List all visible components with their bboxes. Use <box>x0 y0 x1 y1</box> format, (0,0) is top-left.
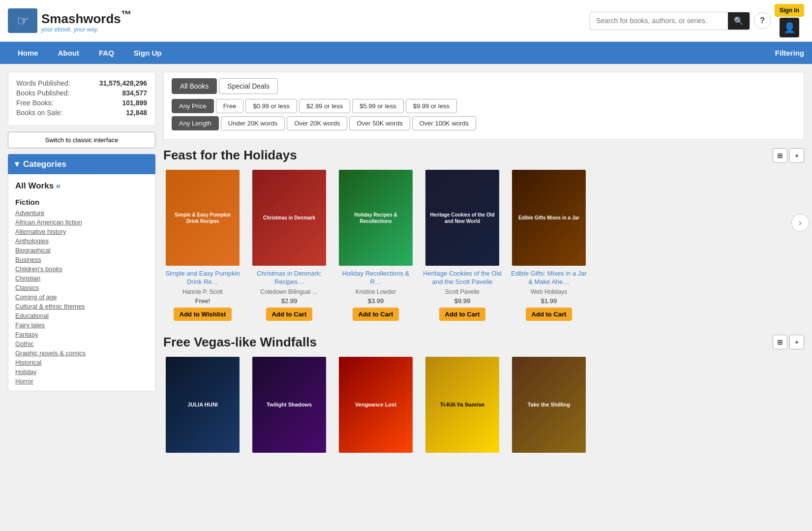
tab-all-books[interactable]: All Books <box>172 78 217 94</box>
cat-historical[interactable]: Historical <box>8 358 155 367</box>
stat-sale: Books on Sale: 12,848 <box>16 109 147 117</box>
cat-educational[interactable]: Educational <box>8 311 155 320</box>
cat-fairy-tales[interactable]: Fairy tales <box>8 320 155 330</box>
book-price: $1.99 <box>541 297 557 305</box>
book-title[interactable]: Holiday Recollections & R… <box>336 270 415 286</box>
book-card: Simple & Easy Pumpkin Drink Recipes Simp… <box>163 170 242 321</box>
classic-interface-button[interactable]: Switch to classic interface <box>8 132 155 148</box>
content-area: All Books Special Deals Any Price Free $… <box>163 72 804 470</box>
section-add-btn-2[interactable]: + <box>789 335 804 349</box>
length-over100k[interactable]: Over 100K words <box>412 116 476 130</box>
section-title-vegas: Free Vegas-like Windfalls <box>163 335 317 350</box>
section-list-view-btn[interactable]: ⊞ <box>773 148 787 163</box>
book-price: $3.99 <box>368 297 384 305</box>
book-tabs: All Books Special Deals <box>172 78 796 94</box>
cat-christian[interactable]: Christian <box>8 274 155 283</box>
cat-holiday[interactable]: Holiday <box>8 367 155 376</box>
user-icon-button[interactable]: 👤 <box>780 18 799 37</box>
cat-cultural-ethnic[interactable]: Cultural & ethnic themes <box>8 302 155 311</box>
section-title-feast: Feast for the Holidays <box>163 148 297 163</box>
cat-classics[interactable]: Classics <box>8 283 155 292</box>
price-299[interactable]: $2.99 or less <box>299 99 350 113</box>
nav-about[interactable]: About <box>48 42 89 64</box>
length-over50k[interactable]: Over 50K words <box>349 116 410 130</box>
book-title[interactable]: Edible Gifts: Mixes in a Jar & Make Ahe… <box>510 270 588 286</box>
logo-tm: ™ <box>121 8 132 21</box>
categories-panel: ▾ Categories All Works « Fiction Adventu… <box>8 154 155 391</box>
cat-business[interactable]: Business <box>8 255 155 264</box>
free-vegas-section: Free Vegas-like Windfalls ⊞ + JULIA HUNI… <box>163 335 804 457</box>
book-cover: Simple & Easy Pumpkin Drink Recipes <box>166 170 240 266</box>
cat-coming-of-age[interactable]: Coming of age <box>8 292 155 302</box>
cat-alternative-history[interactable]: Alternative history <box>8 227 155 236</box>
book-price: $2.99 <box>281 297 298 305</box>
book-card: Ti-Kill-Ya Sunrise <box>423 357 502 457</box>
book-card: Heritage Cookies of the Old and New Worl… <box>423 170 502 321</box>
book-card: Holiday Recipes & Recollections Holiday … <box>336 170 415 321</box>
book-author: Scott Pavelle <box>445 288 480 295</box>
cat-horror[interactable]: Horror <box>8 376 155 386</box>
cat-graphic-novels[interactable]: Graphic novels & comics <box>8 348 155 358</box>
book-cover: Heritage Cookies of the Old and New Worl… <box>425 170 499 266</box>
section-header-feast: Feast for the Holidays ⊞ + <box>163 148 804 163</box>
book-cover: JULIA HUNI <box>166 357 240 453</box>
book-cover: Holiday Recipes & Recollections <box>339 170 413 266</box>
add-to-cart-button[interactable]: Add to Cart <box>526 308 572 321</box>
length-under20k[interactable]: Under 20K words <box>221 116 285 130</box>
top-header: Smashwords™ your ebook. your way. 🔍 ? Si… <box>0 0 812 42</box>
help-button[interactable]: ? <box>754 12 771 29</box>
add-to-cart-button[interactable]: Add to Cart <box>439 308 486 321</box>
book-card: JULIA HUNI <box>163 357 242 457</box>
tab-special-deals[interactable]: Special Deals <box>219 78 278 94</box>
length-filters: Any Length Under 20K words Over 20K word… <box>172 116 796 130</box>
logo-title: Smashwords™ <box>41 8 131 27</box>
book-cover: Twilight Shadows <box>252 357 326 453</box>
cat-fantasy[interactable]: Fantasy <box>8 330 155 339</box>
price-999[interactable]: $9.99 or less <box>406 99 457 113</box>
book-title[interactable]: Simple and Easy Pumpkin Drink Re… <box>163 270 242 286</box>
book-title[interactable]: Christmas in Denmark: Recipes… <box>250 270 329 286</box>
nav-home[interactable]: Home <box>8 42 48 64</box>
price-599[interactable]: $5.99 or less <box>352 99 403 113</box>
cat-biographical[interactable]: Biographical <box>8 246 155 255</box>
search-input[interactable] <box>590 13 728 29</box>
categories-chevron: ▾ <box>15 159 19 169</box>
length-over20k[interactable]: Over 20K words <box>287 116 347 130</box>
header-right: 🔍 ? Sign In 👤 <box>590 4 804 37</box>
section-list-view-btn-2[interactable]: ⊞ <box>773 335 787 349</box>
cat-childrens-books[interactable]: Children's books <box>8 264 155 274</box>
signin-button[interactable]: Sign In <box>775 4 804 17</box>
book-card: Edible Gifts Mixes in a Jar Edible Gifts… <box>510 170 588 321</box>
length-any[interactable]: Any Length <box>172 116 219 130</box>
add-to-cart-button[interactable]: Add to Cart <box>266 308 313 321</box>
books-row-vegas: JULIA HUNI Twilight Shadows Vengeance Lo… <box>163 357 804 457</box>
cat-anthologies[interactable]: Anthologies <box>8 236 155 246</box>
all-works[interactable]: All Works « <box>8 179 155 193</box>
section-add-btn[interactable]: + <box>789 148 804 163</box>
stats-box: Words Published: 31,575,428,296 Books Pu… <box>8 72 155 126</box>
nav-signup[interactable]: Sign Up <box>124 42 172 64</box>
logo-name: Smashwords <box>41 11 121 26</box>
book-author: Web Holidays <box>531 288 567 295</box>
price-free[interactable]: Free <box>216 99 244 113</box>
stat-books: Books Published: 834,577 <box>16 89 147 97</box>
book-title[interactable]: Heritage Cookies of the Old and the Scot… <box>423 270 502 286</box>
cat-gothic[interactable]: Gothic <box>8 339 155 348</box>
cat-adventure[interactable]: Adventure <box>8 208 155 218</box>
all-works-link[interactable]: « <box>56 181 60 190</box>
book-price: $9.99 <box>454 297 471 305</box>
feast-holidays-section: Feast for the Holidays ⊞ + Simple & Easy… <box>163 148 804 321</box>
book-price: Free! <box>195 297 210 305</box>
add-to-cart-button[interactable]: Add to Cart <box>353 308 399 321</box>
carousel-next-button[interactable]: › <box>791 214 809 232</box>
cat-african-american[interactable]: African American fiction <box>8 218 155 227</box>
categories-title: Categories <box>23 159 66 169</box>
nav-faq[interactable]: FAQ <box>89 42 124 64</box>
add-to-wishlist-button[interactable]: Add to Wishlist <box>174 308 232 321</box>
price-any[interactable]: Any Price <box>172 99 214 113</box>
fiction-label: Fiction <box>8 196 155 208</box>
search-button[interactable]: 🔍 <box>728 12 750 30</box>
price-099[interactable]: $0.99 or less <box>245 99 297 113</box>
nav-filtering: Filtering <box>775 42 804 64</box>
search-bar: 🔍 <box>590 12 750 30</box>
